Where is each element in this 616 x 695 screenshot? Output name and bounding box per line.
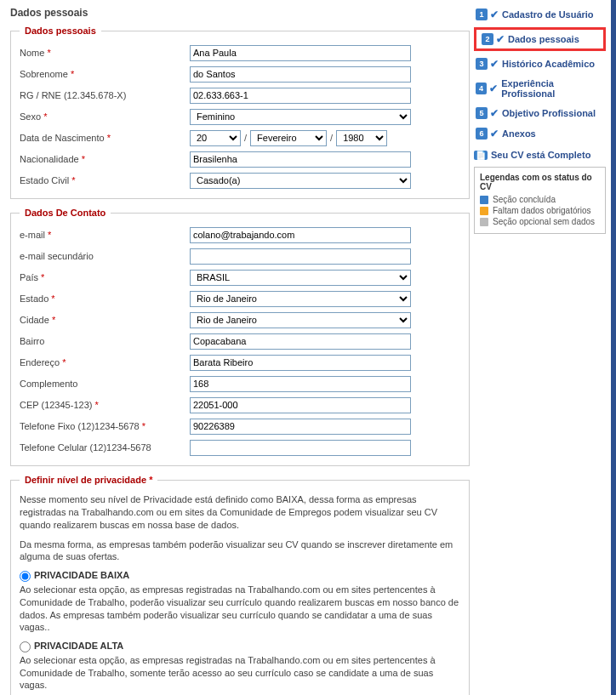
fieldset-contact: Dados De Contato e-mail * e-mail secundá… [10,208,470,466]
bairro-input[interactable] [190,333,411,350]
estadocivil-label: Estado Civil * [20,175,190,185]
legend-header: Legendas com os status do CV [480,173,600,191]
swatch-gray-icon [480,218,488,226]
cep-label: CEP (12345-123) * [20,400,190,410]
rg-label: RG / RNE (12.345.678-X) [20,90,190,100]
legend-box: Legendas com os status do CV Seção concl… [474,167,606,234]
step-objetivo[interactable]: 5✔Objetivo Profissional [474,105,606,121]
privacy-low-desc: Ao selecionar esta opção, as empresas re… [20,584,460,634]
rg-input[interactable] [190,88,411,104]
endereco-label: Endereço * [20,357,190,367]
telcel-label: Telefone Celular (12)1234-5678 [20,442,190,453]
sexo-label: Sexo * [20,111,190,122]
privacy-low-label: PRIVACIDADE BAIXA [34,570,129,580]
fieldset-personal: Dados pessoais Nome * Sobrenome * RG / R… [10,26,470,199]
pais-select[interactable]: BRASIL [190,270,411,286]
document-icon: 📄 [474,151,488,160]
fieldset-privacy: Definir nível de privacidade * Nesse mom… [10,475,470,695]
check-icon: ✔ [490,58,499,70]
estado-label: Estado * [20,293,190,304]
swatch-blue-icon [480,196,488,204]
telcel-input[interactable] [190,440,411,456]
bairro-label: Bairro [20,336,190,346]
estado-select[interactable]: Rio de Janeiro [190,291,411,307]
cep-input[interactable] [190,397,411,413]
step-experiencia[interactable]: 4✔Experiência Profissional [474,77,606,100]
nacionalidade-input[interactable] [190,151,411,168]
telfixo-input[interactable] [190,419,411,435]
step-anexos[interactable]: 6✔Anexos [474,126,606,141]
nome-label: Nome * [20,48,190,58]
email-label: e-mail * [20,230,190,240]
privacy-high-desc: Ao selecionar esta opção, as empresas re… [20,654,460,692]
nasc-label: Data de Nascimento * [20,133,190,143]
legend-item: Seção opcional sem dados [480,217,600,226]
check-icon: ✔ [496,33,505,45]
legend-contact: Dados De Contato [20,208,111,218]
email2-input[interactable] [190,248,411,265]
complemento-label: Complemento [20,379,190,389]
sobrenome-input[interactable] [190,66,411,83]
endereco-input[interactable] [190,355,411,371]
step-cadastro[interactable]: 1✔Cadastro de Usuário [474,7,606,22]
privacy-low-radio[interactable] [20,571,31,582]
cidade-label: Cidade * [20,315,190,325]
check-icon: ✔ [489,83,498,94]
sexo-select[interactable]: Feminino [190,109,411,125]
privacy-p1: Nesse momento seu nível de Privacidade e… [20,493,460,532]
sobrenome-label: Sobrenome * [20,69,190,79]
privacy-p2: Da mesma forma, as empresas também poder… [20,538,460,564]
legend-personal: Dados pessoais [20,26,101,36]
pais-label: País * [20,272,190,282]
email-input[interactable] [190,227,411,243]
step-dados-pessoais[interactable]: 2✔Dados pessoais [474,27,606,51]
complemento-input[interactable] [190,376,411,392]
privacy-high-radio[interactable] [20,641,31,652]
nasc-month-select[interactable]: Fevereiro [250,130,327,146]
check-icon: ✔ [490,107,499,119]
check-icon: ✔ [490,128,499,140]
swatch-orange-icon [480,207,488,215]
nome-input[interactable] [190,45,411,61]
right-rail [611,0,616,695]
step-historico[interactable]: 3✔Histórico Acadêmico [474,56,606,71]
legend-item: Seção concluída [480,195,600,204]
check-icon: ✔ [490,9,499,20]
telfixo-label: Telefone Fixo (12)1234-5678 * [20,421,190,431]
page-title: Dados pessoais [10,7,470,19]
privacy-high-label: PRIVACIDADE ALTA [34,641,123,651]
cv-status: 📄Seu CV está Completo [474,150,606,160]
email2-label: e-mail secundário [20,251,190,261]
cidade-select[interactable]: Rio de Janeiro [190,312,411,328]
nasc-day-select[interactable]: 20 [190,130,241,146]
nasc-year-select[interactable]: 1980 [336,130,387,146]
legend-privacy: Definir nível de privacidade * [20,475,157,485]
legend-item: Faltam dados obrigatórios [480,206,600,215]
nacionalidade-label: Nacionalidade * [20,154,190,164]
estadocivil-select[interactable]: Casado(a) [190,173,411,189]
